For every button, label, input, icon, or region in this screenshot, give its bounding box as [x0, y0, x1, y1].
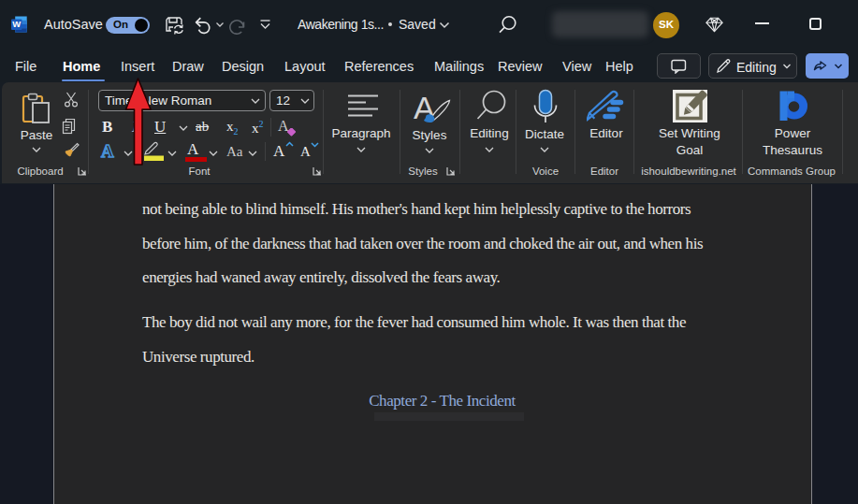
svg-text:W: W [12, 19, 21, 29]
